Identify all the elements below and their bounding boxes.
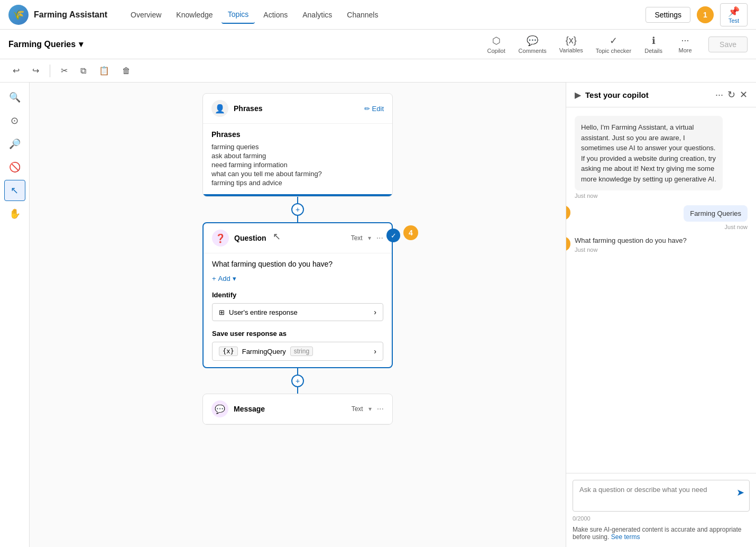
app-logo: 🌾 Farming Assistant [8,5,107,25]
hand-button[interactable]: ✋ [4,203,25,224]
connector-1: + [291,197,304,222]
phrase-2: ask about farming [211,152,384,160]
tool-more[interactable]: ··· More [670,32,700,57]
user-message-time: Just now [575,224,748,230]
comments-label: Comments [519,48,547,54]
connector-2: + [291,368,304,394]
nav-links: Overview Knowledge Topics Actions Analyt… [124,6,384,24]
nav-actions[interactable]: Actions [257,6,294,23]
message-card-more[interactable]: ··· [377,404,384,414]
top-nav: 🌾 Farming Assistant Overview Knowledge T… [0,0,756,30]
copilot-label: Copilot [487,48,505,54]
save-response-label: Save user response as [212,330,383,338]
test-icon: 📌 [728,6,740,17]
nav-channels[interactable]: Channels [340,6,384,23]
user-badge: 1 [697,6,714,23]
details-label: Details [644,48,662,54]
more-icon: ··· [681,35,689,46]
zoom-out-button[interactable]: 🔎 [4,133,25,154]
delete-button[interactable]: 🗑 [118,64,135,78]
block-button[interactable]: 🚫 [4,157,25,178]
identify-row-left: ⊞ User's entire response [219,308,298,316]
undo-button[interactable]: ↩ [8,63,24,78]
add-chevron: ▾ [233,275,236,282]
toolbar-title-text: Farming Queries [8,40,76,49]
message-card-header: 💬 Message Text ▾ ··· [203,394,392,424]
step4-badge: 4 [403,225,418,240]
toolbar-title-chevron: ▾ [79,39,83,49]
add-node-2[interactable]: + [291,375,304,387]
cut-button[interactable]: ✂ [57,63,72,78]
toolbar-title[interactable]: Farming Queries ▾ [8,39,83,49]
cursor-button[interactable]: ↖ [4,180,25,201]
question-card-title: Question [234,234,346,242]
identify-value: User's entire response [229,308,298,316]
copilot-icon: ⬡ [492,35,501,47]
panel-refresh-button[interactable]: ↻ [727,89,735,101]
phrases-card-title: Phrases [234,104,359,113]
question-card: ❓ Question Text ▾ ··· What farming quest… [202,222,393,368]
toolbar-separator-1 [50,65,50,77]
variables-icon: {x} [566,35,577,46]
question-card-wrapper: ❓ Question Text ▾ ··· What farming quest… [202,222,393,368]
variables-label: Variables [559,47,583,53]
add-button[interactable]: + Add ▾ [212,275,383,282]
send-button[interactable]: ➤ [736,487,744,498]
tool-comments[interactable]: 💬 Comments [513,32,552,57]
bot-question-text: What farming question do you have? [575,236,687,244]
connector-line-2 [297,216,298,222]
nav-topics[interactable]: Topics [222,6,255,24]
tool-details[interactable]: ℹ Details [639,32,668,57]
chat-input-wrapper: ➤ [573,480,750,513]
variable-name: FarmingQuery [242,348,286,355]
zoom-in-button[interactable]: 🔍 [4,87,25,108]
panel-expand-icon[interactable]: ▶ [575,90,581,100]
step2-badge: 2 [566,205,570,220]
phrases-section-title: Phrases [211,130,384,139]
phrases-card: 👤 Phrases ✏ Edit Phrases farming queries… [202,93,393,197]
comments-icon: 💬 [527,35,538,47]
app-name: Farming Assistant [34,10,107,20]
panel-more-button[interactable]: ··· [715,89,723,101]
phrases-card-header: 👤 Phrases ✏ Edit [203,94,392,124]
chat-input[interactable] [573,480,750,512]
question-badge-chevron: ▾ [368,234,371,242]
paste-button[interactable]: 📋 [95,63,114,78]
phrase-3: need farming information [211,161,384,169]
nav-knowledge[interactable]: Knowledge [170,6,219,23]
see-terms-link[interactable]: See terms [611,533,640,541]
settings-button[interactable]: Settings [646,7,690,23]
add-node-1[interactable]: + [291,203,304,216]
toolbar-tools: ⬡ Copilot 💬 Comments {x} Variables ✓ Top… [482,32,700,57]
logo-avatar: 🌾 [8,5,29,25]
panel-close-button[interactable]: ✕ [740,89,748,101]
question-card-more[interactable]: ··· [376,233,383,243]
nav-analytics[interactable]: Analytics [296,6,338,23]
target-button[interactable]: ⊙ [4,110,25,131]
copy-button[interactable]: ⧉ [76,64,90,78]
phrases-card-bar [203,194,392,196]
phrases-card-icon: 👤 [211,100,228,117]
save-button[interactable]: Save [708,37,748,52]
tool-copilot[interactable]: ⬡ Copilot [482,32,511,57]
phrases-edit-link[interactable]: ✏ Edit [364,105,384,113]
redo-button[interactable]: ↪ [28,63,43,78]
question-card-header: ❓ Question Text ▾ ··· [204,223,392,253]
question-card-badge: Text [351,234,363,242]
test-button[interactable]: 📌 Test [720,3,748,26]
question-card-icon: ❓ [212,230,229,247]
message-card-title: Message [234,405,346,413]
toolbar: Farming Queries ▾ ⬡ Copilot 💬 Comments {… [0,30,756,59]
edit-label: Edit [372,105,384,113]
tool-variables[interactable]: {x} Variables [554,32,588,57]
connector-line-1 [297,197,298,203]
tool-topic-checker[interactable]: ✓ Topic checker [591,32,637,57]
phrase-4: what can you tell me about farming? [211,170,384,178]
nav-overview[interactable]: Overview [124,6,168,23]
message-badge-chevron: ▾ [368,405,372,413]
bot-welcome-time: Just now [575,193,748,199]
identify-row[interactable]: ⊞ User's entire response › [212,303,383,321]
main-layout: 🔍 ⊙ 🔎 🚫 ↖ ✋ 👤 Phrases ✏ Edit [0,83,756,547]
save-row[interactable]: {x} FarmingQuery string › [212,342,383,361]
var-badge: {x} [219,347,238,356]
